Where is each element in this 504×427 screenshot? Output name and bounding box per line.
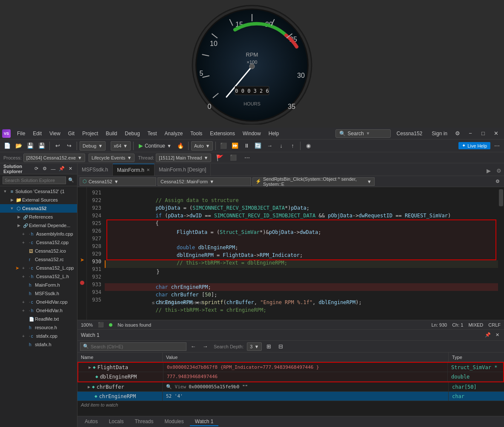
tree-item-stdafxh[interactable]: h stdafx.h [0,340,77,349]
redo-btn[interactable]: ↪ [64,141,74,151]
menu-edit[interactable]: Edit [29,129,45,138]
debug-toolbar-4[interactable]: 🔄 [253,141,263,151]
scrollbar-thumb[interactable] [499,189,503,206]
menu-help[interactable]: Help [265,129,283,138]
tab-mainformh[interactable]: MainForm.h ✕ [113,164,155,176]
flightdata-expand[interactable]: ▶ [89,365,91,370]
maximize-button[interactable]: □ [477,128,489,139]
tree-item-cessna152lh[interactable]: + · h Cessna152_L.h [0,272,77,281]
new-file-btn[interactable]: 📄 [2,141,12,151]
lifecycle-dropdown[interactable]: Lifecycle Events ▼ [89,154,135,162]
toolbar-extra[interactable]: ⋯ [492,141,502,151]
thread-btn-1[interactable]: 🚩 [215,153,225,163]
tree-item-ext-dep[interactable]: ▶ 🔗 External Depende... [0,221,77,230]
debug-toolbar-2[interactable]: ⏩ [230,141,240,151]
tab-watch1[interactable]: Watch 1 [190,418,219,426]
debug-toolbar-7[interactable]: ↑ [287,141,298,151]
close-button[interactable]: ✕ [490,128,502,139]
menu-test[interactable]: Test [144,129,160,138]
menu-build[interactable]: Build [103,129,121,138]
editor-toolbar-settings[interactable]: ⚙ [493,177,502,186]
tree-item-cessna152cpp[interactable]: + · c Cessna152.cpp [0,238,77,247]
debug-toolbar-3[interactable]: ⏸ [241,141,252,151]
debug-icon1[interactable]: 🔥 [175,141,186,151]
tree-item-cessna152ico[interactable]: 🖼 Cessna152.ico [0,247,77,255]
tree-item-external-sources[interactable]: ▶ 📁 External Sources [0,196,77,204]
tab-scroll-right[interactable]: ▶ [484,165,494,176]
open-btn[interactable]: 📂 [14,141,24,151]
debug-toolbar-5[interactable]: → [264,141,275,151]
build-config-dropdown[interactable]: Debug ▼ [80,141,106,151]
menu-extensions[interactable]: Extensions [206,129,238,138]
tab-locals[interactable]: Locals [104,418,129,426]
settings-icon[interactable]: ⚙ [452,128,464,139]
menu-file[interactable]: File [14,129,29,138]
menu-project[interactable]: Project [79,129,101,138]
sidebar-collapse-btn[interactable]: — [50,165,57,172]
member-dropdown[interactable]: ⚡ SendRptsBin_Click(System::Object ^ sen… [252,177,375,186]
tree-item-solution[interactable]: ▼ ≡ Solution 'Cessna152' (1 [0,187,77,196]
code-lines[interactable]: // Assign data to structure pObjData = (… [105,187,498,320]
tab-settings-btn[interactable]: ⚙ [494,165,504,176]
tree-item-onehidvarh[interactable]: + · h OneHidVar.h [0,306,77,315]
tree-item-readme[interactable]: 📄 ReadMe.txt [0,315,77,323]
process-dropdown[interactable]: [28264] Cessna152.exe ▼ [23,154,85,162]
add-watch-item[interactable]: Add item to watch [77,401,504,409]
watch-pin-btn[interactable]: 📌 [484,332,491,339]
tab-threads[interactable]: Threads [129,418,158,426]
menu-window[interactable]: Window [239,129,264,138]
tree-item-assemblyinfo[interactable]: + · h AssemblyInfo.cpp [0,230,77,238]
menu-debug[interactable]: Debug [121,129,143,138]
watch-row-chrenginerpm[interactable]: ◆ chrEngineRPM 52 '4' char [77,392,504,401]
editor-scrollbar[interactable] [498,187,504,320]
watch-row-dblenginerpm[interactable]: ◆ dblEngineRPM 777.94839468497446 double [78,372,503,381]
sidebar-search-input[interactable] [3,176,66,184]
sidebar-pin-btn[interactable]: 📌 [58,165,65,172]
tree-item-msfssdk[interactable]: h MSFSsdk.h [0,289,77,298]
menu-analyze[interactable]: Analyze [161,129,186,138]
tree-item-references[interactable]: ▶ 🔗 References [0,213,77,221]
sidebar-search-icon[interactable]: 🔍 [68,177,74,184]
depth-dropdown[interactable]: 3 ▼ [247,342,262,351]
save-btn[interactable]: 💾 [25,141,35,151]
thread-btn-3[interactable]: ⋯ [242,153,252,163]
thread-dropdown[interactable]: [15112] Main Thread ▼ [156,154,211,162]
signin-button[interactable]: Sign in [428,128,451,139]
tree-item-mainformh[interactable]: h MainForm.h [0,281,77,289]
menu-view[interactable]: View [46,129,64,138]
watch-row-chrbuffer[interactable]: ▶ ◆ chrBuffer 🔍 View 0x00000055a15fe9b0 … [77,382,504,392]
debug-toolbar-8[interactable]: ◉ [303,141,313,151]
menubar-search[interactable]: 🔍 Search ▼ [335,129,391,138]
undo-btn[interactable]: ↩ [52,141,63,151]
continue-button[interactable]: ▶ Continue ▼ [136,142,174,150]
watch-close-btn[interactable]: ✕ [494,332,501,339]
tree-item-stdafxcpp[interactable]: + · c stdafx.cpp [0,332,77,340]
menu-git[interactable]: Git [65,129,78,138]
sidebar-settings-btn[interactable]: ⚙ [41,165,48,172]
tree-item-cessna152rc[interactable]: r Cessna152.rc [0,255,77,264]
thread-btn-2[interactable]: ⬛ [228,153,238,163]
class-dropdown[interactable]: ⬡ Cessna152 ▼ [80,177,156,186]
live-help-button[interactable]: ✦ Live Help [458,142,490,149]
tab-mainformh-design[interactable]: MainForm.h [Design] [155,164,211,176]
menu-tools[interactable]: Tools [187,129,206,138]
tree-item-resourceh[interactable]: h resource.h [0,323,77,332]
method-dropdown[interactable]: Cessna152::MainForm ▼ [158,177,251,186]
minimize-button[interactable]: − [464,128,476,139]
tree-item-cessna152lcpp[interactable]: ➤ + · c Cessna152_L.cpp [0,264,77,272]
debug-toolbar-6[interactable]: ↓ [276,141,286,151]
auto-dropdown[interactable]: Auto ▼ [191,141,213,151]
watch-row-flightdata[interactable]: ▶ ◆ FlightData 0x00000234d7b867f8 {RPM_I… [78,363,503,372]
save-all-btn[interactable]: 💾 [37,141,47,151]
tab-modules[interactable]: Modules [159,418,189,426]
tree-item-cessna152[interactable]: ▼ ⬡ Cessna152 [0,204,77,213]
debug-toolbar-1[interactable]: ⬛ [218,141,229,151]
watch-search-input[interactable] [91,344,183,349]
tab-msfssdk[interactable]: MSFSsdk.h [77,164,113,176]
chrbuffer-expand[interactable]: ▶ [88,384,90,389]
watch-back-btn[interactable]: ← [188,342,198,352]
tab-mainformh-close[interactable]: ✕ [146,168,150,172]
sidebar-sync-btn[interactable]: ⟳ [33,165,40,172]
watch-icon-2[interactable]: ⊟ [275,342,286,352]
tree-item-onehidvarcpp[interactable]: + · c OneHidVar.cpp [0,298,77,306]
